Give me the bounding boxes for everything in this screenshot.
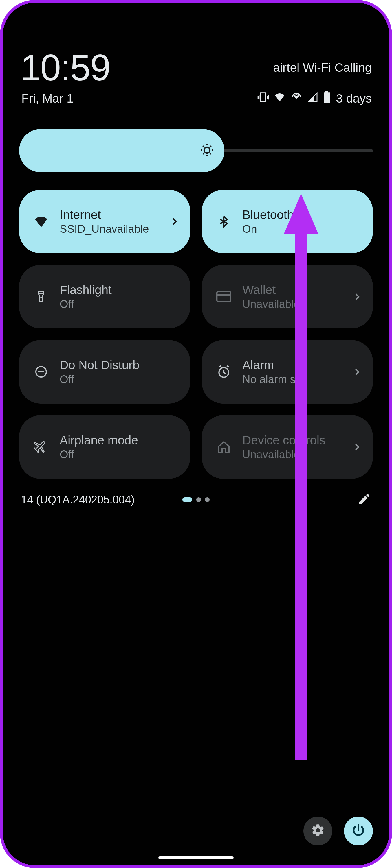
chevron-right-icon[interactable] (352, 442, 362, 452)
page-dot (205, 497, 209, 502)
carrier-label: airtel Wi-Fi Calling (273, 61, 372, 74)
tile-subtitle: Off (60, 298, 179, 311)
tile-title: Bluetooth (242, 208, 362, 222)
tile-subtitle: No alarm set (242, 373, 352, 386)
page-dot (196, 497, 201, 502)
tile-title: Wallet (242, 283, 352, 297)
status-icons-group: 3 days (257, 91, 372, 106)
alarm-icon (216, 365, 232, 379)
page-indicator[interactable] (183, 497, 209, 502)
build-number: 14 (UQ1A.240205.004) (21, 494, 135, 506)
tile-title: Device controls (242, 433, 352, 447)
flashlight-icon (33, 289, 49, 304)
svg-point-1 (204, 147, 210, 153)
bluetooth-tile[interactable]: Bluetooth On (202, 190, 373, 253)
page-dot-active (183, 497, 192, 502)
tile-title: Alarm (242, 358, 352, 372)
settings-button[interactable] (303, 816, 332, 845)
brightness-slider[interactable] (19, 129, 373, 172)
device-controls-tile[interactable]: Device controls Unavailable (202, 415, 373, 479)
tile-title: Do Not Disturb (60, 358, 179, 372)
airplane-tile[interactable]: Airplane mode Off (19, 415, 190, 479)
navigation-pill[interactable] (158, 857, 234, 859)
gear-icon (311, 823, 325, 839)
brightness-icon (200, 143, 214, 158)
wallet-tile[interactable]: Wallet Unavailable (202, 265, 373, 329)
battery-text: 3 days (336, 92, 372, 105)
dnd-icon (33, 365, 49, 379)
svg-rect-4 (217, 294, 231, 296)
hotspot-icon (291, 91, 302, 106)
svg-point-2 (40, 297, 42, 298)
battery-icon (323, 91, 331, 106)
brightness-thumb[interactable] (19, 129, 224, 172)
vibrate-icon (257, 91, 269, 106)
signal-icon (307, 92, 318, 105)
clock-time: 10:59 (20, 49, 110, 86)
wifi-icon (33, 215, 49, 228)
tile-subtitle: Unavailable (242, 298, 352, 311)
chevron-right-icon[interactable] (352, 292, 362, 302)
wifi-icon (274, 91, 285, 106)
tile-title: Airplane mode (60, 433, 179, 447)
power-button[interactable] (344, 816, 373, 845)
tile-title: Internet (60, 208, 169, 222)
svg-rect-3 (217, 292, 231, 302)
tile-subtitle: Unavailable (242, 448, 352, 461)
alarm-tile[interactable]: Alarm No alarm set (202, 340, 373, 404)
tile-subtitle: Off (60, 373, 179, 386)
chevron-right-icon[interactable] (169, 217, 179, 226)
flashlight-tile[interactable]: Flashlight Off (19, 265, 190, 329)
chevron-right-icon[interactable] (352, 367, 362, 377)
internet-tile[interactable]: Internet SSID_Unavailable (19, 190, 190, 253)
dnd-tile[interactable]: Do Not Disturb Off (19, 340, 190, 404)
power-icon (351, 823, 366, 839)
svg-point-0 (295, 96, 298, 99)
home-icon (216, 440, 232, 454)
tile-subtitle: Off (60, 448, 179, 461)
tile-subtitle: SSID_Unavailable (60, 223, 169, 235)
tile-subtitle: On (242, 223, 362, 235)
tile-title: Flashlight (60, 283, 179, 297)
edit-tiles-button[interactable] (357, 492, 371, 507)
bluetooth-icon (216, 214, 232, 229)
wallet-icon (216, 291, 232, 303)
date-label: Fri, Mar 1 (22, 92, 74, 105)
airplane-icon (33, 440, 49, 454)
